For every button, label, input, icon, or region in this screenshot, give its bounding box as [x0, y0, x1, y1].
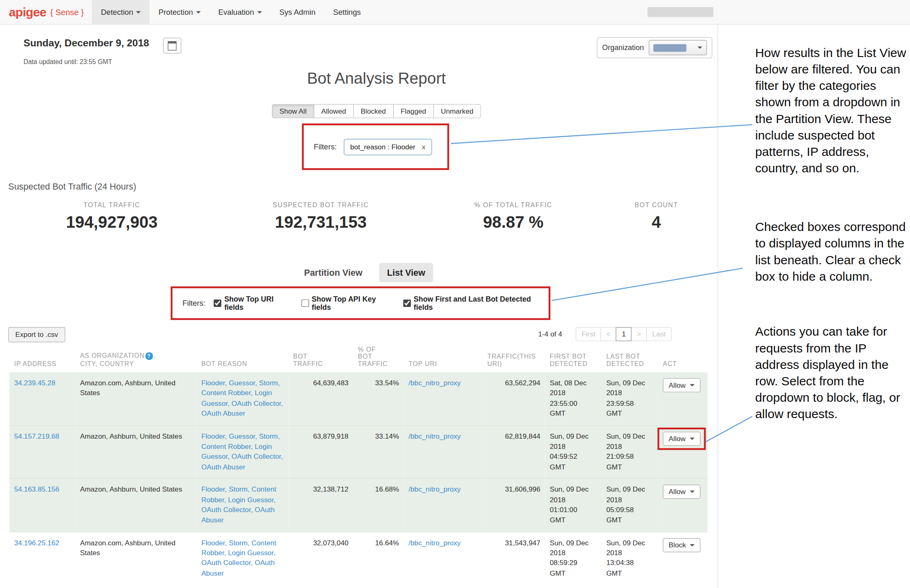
organization-box: Organization: [597, 37, 712, 58]
nav-item-protection[interactable]: Protection: [149, 0, 209, 24]
stat-label: BOT COUNT: [562, 201, 751, 208]
action-dropdown[interactable]: Allow: [663, 485, 700, 499]
ip-address-link[interactable]: 54.157.219.68: [14, 432, 59, 440]
tab-list-view[interactable]: List View: [379, 263, 434, 282]
tab-flagged[interactable]: Flagged: [393, 104, 434, 118]
report-date: Sunday, December 9, 2018: [23, 38, 149, 50]
chevron-down-icon: [689, 437, 694, 440]
bot-reason-link[interactable]: Content Robber: [201, 389, 250, 397]
view-tab-group: Partition View List View: [6, 263, 723, 282]
bot-reason-link[interactable]: OAuth Collector: [232, 453, 281, 461]
checkbox-label[interactable]: Show Top API Key fields: [312, 295, 395, 311]
pagination-page-1-button[interactable]: 1: [616, 327, 632, 341]
export-csv-button[interactable]: Export to .csv: [8, 327, 65, 342]
filter-tag-text: bot_reason : Flooder: [350, 143, 416, 151]
bot-reason-link[interactable]: OAuth Collector: [232, 399, 281, 407]
action-label: Allow: [669, 381, 685, 389]
bot-reason-link[interactable]: Storm: [229, 485, 248, 494]
traffic-this-uri-cell: 63,562,294: [483, 372, 545, 425]
bot-reason-link[interactable]: OAuth Abuser: [201, 463, 245, 471]
traffic-this-uri-cell: 62,819,844: [483, 425, 545, 478]
bot-reason-link[interactable]: OAuth Collector: [201, 506, 250, 514]
bot-reason-links: Flooder, Storm, Content Robber, Login Gu…: [201, 539, 276, 578]
bot-reason-link[interactable]: OAuth Collector: [201, 559, 250, 567]
tab-blocked[interactable]: Blocked: [353, 104, 393, 118]
bot-traffic-cell: 32,073,040: [288, 532, 353, 585]
redacted-user-email: [648, 7, 714, 17]
col-bot-traffic: BOT TRAFFIC: [288, 346, 353, 373]
bot-reason-link[interactable]: Storm: [259, 432, 278, 440]
bot-reason-link[interactable]: Flooder: [201, 432, 225, 440]
tab-unmarked[interactable]: Unmarked: [433, 104, 481, 118]
organization-label: Organization: [602, 43, 644, 52]
bot-reason-link[interactable]: OAuth Abuser: [201, 410, 245, 418]
first-last-detected-checkbox[interactable]: [403, 300, 411, 307]
action-dropdown[interactable]: Allow: [663, 378, 700, 392]
ip-address-link[interactable]: 54.163.85.156: [14, 485, 59, 494]
pagination-next-button[interactable]: >: [631, 327, 647, 341]
checkbox-label[interactable]: Show First and Last Bot Detected fields: [414, 295, 549, 311]
bot-reason-link[interactable]: Login Guessor: [228, 549, 273, 557]
pagination-prev-button[interactable]: <: [601, 327, 617, 341]
nav-item-settings[interactable]: Settings: [324, 0, 370, 24]
bot-reason-link[interactable]: Flooder: [201, 485, 225, 494]
table-header-row: IP ADDRESS AS ORGANIZATION?, CITY, COUNT…: [9, 346, 708, 373]
stat-suspected-bot-traffic: SUSPECTED BOT TRAFFIC 192,731,153: [227, 201, 415, 232]
apigee-logo[interactable]: apigee { Sense }: [9, 0, 84, 24]
top-uri-link[interactable]: /bbc_nitro_proxy: [409, 539, 461, 547]
bot-reason-link[interactable]: Flooder: [201, 379, 225, 387]
organization-select[interactable]: [648, 40, 707, 55]
first-bot-detected-cell: Sun, 09 Dec 2018 04:59:52 GMT: [545, 425, 602, 478]
top-uri-link[interactable]: /bbc_nitro_proxy: [409, 485, 461, 494]
pct-bot-traffic-cell: 33.54%: [353, 372, 404, 425]
stat-bot-count: BOT COUNT 4: [562, 201, 751, 232]
top-api-key-checkbox[interactable]: [301, 300, 309, 307]
nav-item-evaluation[interactable]: Evaluation: [209, 0, 271, 24]
nav-label: Evaluation: [218, 8, 254, 17]
annotation-filters: How results in the List View below are f…: [755, 45, 910, 176]
bot-reason-link[interactable]: Content Robber: [201, 442, 250, 451]
pagination-last-button[interactable]: Last: [646, 327, 671, 341]
top-uri-link[interactable]: /bbc_nitro_proxy: [409, 432, 461, 440]
bot-reason-link[interactable]: Flooder: [201, 539, 225, 547]
info-icon[interactable]: ?: [145, 352, 153, 360]
bot-reason-link[interactable]: Storm: [229, 539, 248, 547]
pagination-first-button[interactable]: First: [576, 327, 601, 341]
chevron-down-icon: [690, 544, 694, 546]
first-bot-detected-cell: Sat, 08 Dec 2018 23:55:00 GMT: [545, 372, 602, 425]
remove-filter-icon[interactable]: x: [422, 143, 425, 151]
chevron-down-icon: [698, 46, 702, 49]
nav-label: Detection: [101, 8, 133, 17]
stat-value: 192,731,153: [227, 213, 415, 232]
top-uri-checkbox[interactable]: [214, 300, 221, 307]
filter-tag-bot-reason[interactable]: bot_reason : Flooder x: [344, 139, 432, 155]
pct-bot-traffic-cell: 16.68%: [353, 478, 404, 532]
stat-value: 4: [562, 213, 751, 232]
bot-reason-link[interactable]: Guessor: [229, 379, 255, 387]
action-dropdown[interactable]: Allow: [663, 431, 700, 445]
stat-label: TOTAL TRAFFIC: [18, 201, 206, 208]
checkbox-first-last-detected[interactable]: Show First and Last Bot Detected fields: [403, 295, 548, 311]
bot-reason-link[interactable]: Login Guessor: [228, 496, 273, 504]
bot-reason-link[interactable]: Guessor: [229, 432, 255, 440]
tab-show-all[interactable]: Show All: [272, 104, 314, 118]
nav-item-detection[interactable]: Detection: [92, 0, 149, 24]
ip-address-link[interactable]: 34.239.45.28: [14, 379, 55, 387]
tab-partition-view[interactable]: Partition View: [296, 263, 371, 282]
checkbox-top-uri[interactable]: Show Top URI fields: [214, 295, 293, 311]
action-dropdown[interactable]: Block: [663, 538, 701, 552]
ip-address-link[interactable]: 34.196.25.162: [14, 539, 59, 547]
checkbox-label[interactable]: Show Top URI fields: [224, 295, 293, 311]
top-uri-link[interactable]: /bbc_nitro_proxy: [409, 379, 461, 387]
pct-bot-traffic-cell: 16.64%: [353, 532, 404, 585]
bot-traffic-cell: 32,138,712: [288, 478, 353, 532]
table-row: 34.196.25.162 Amazon.com, Ashburn, Unite…: [9, 532, 708, 585]
data-updated-text: Data updated until: 23:55 GMT: [23, 58, 112, 65]
bot-reason-link[interactable]: Storm: [259, 379, 278, 387]
top-navbar: apigee { Sense } Detection Protection Ev…: [0, 0, 910, 25]
calendar-button[interactable]: [163, 38, 181, 54]
checkbox-top-api-key[interactable]: Show Top API Key fields: [301, 295, 395, 311]
last-bot-detected-cell: Sun, 09 Dec 2018 23:59:58 GMT: [602, 372, 658, 425]
tab-allowed[interactable]: Allowed: [314, 104, 354, 118]
nav-item-sys-admin[interactable]: Sys Admin: [271, 0, 324, 24]
